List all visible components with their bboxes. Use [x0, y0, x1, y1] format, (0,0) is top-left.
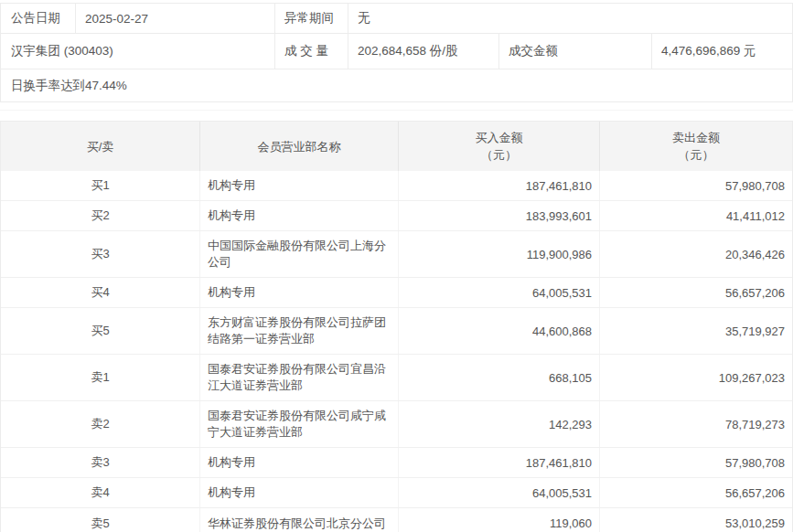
table-header-sell-line2: （元） — [679, 146, 714, 164]
row-side-label: 卖3 — [1, 448, 200, 477]
volume-value: 202,684,658 份/股 — [348, 34, 499, 69]
volume-label: 成 交 量 — [275, 34, 348, 69]
row-broker-name: 国泰君安证券股份有限公司咸宁咸宁大道证券营业部 — [200, 401, 399, 447]
stock-disclosure-page: 公告日期 2025-02-27 异常期间 无 汉宇集团 (300403) 成 交… — [0, 3, 793, 532]
table-row: 买4 机构专用 64,005,531 56,657,206 — [1, 278, 792, 308]
row-sell-amount: 78,719,273 — [600, 401, 792, 447]
table-header-buy-line1: 买入金额 — [476, 129, 523, 146]
row-sell-amount: 53,010,259 — [600, 508, 792, 532]
summary-panel: 公告日期 2025-02-27 异常期间 无 汉宇集团 (300403) 成 交… — [0, 3, 793, 102]
amount-value: 4,476,696,869 元 — [652, 34, 792, 69]
row-side-label: 买4 — [1, 278, 200, 307]
table-row: 买1 机构专用 187,461,810 57,980,708 — [1, 171, 792, 201]
summary-row-volume: 汉宇集团 (300403) 成 交 量 202,684,658 份/股 成交金额… — [1, 34, 792, 69]
section-gap — [0, 102, 793, 121]
announce-date-label: 公告日期 — [1, 4, 76, 33]
row-broker-name: 机构专用 — [200, 171, 399, 200]
table-row: 买2 机构专用 183,993,601 41,411,012 — [1, 201, 792, 231]
amount-label: 成交金额 — [499, 34, 652, 69]
row-buy-amount: 142,293 — [399, 401, 600, 447]
turnover-note: 日换手率达到47.44% — [1, 69, 792, 101]
table-row: 卖1 国泰君安证券股份有限公司宜昌沿江大道证券营业部 668,105 109,2… — [1, 355, 792, 401]
table-row: 卖4 机构专用 64,005,531 56,657,206 — [1, 478, 792, 508]
table-header-buy-line2: （元） — [481, 146, 517, 164]
row-sell-amount: 56,657,206 — [600, 278, 792, 307]
table-row: 买5 东方财富证券股份有限公司拉萨团结路第一证券营业部 44,600,868 3… — [1, 308, 792, 355]
abnormal-period-label: 异常期间 — [275, 4, 348, 33]
abnormal-period-value: 无 — [348, 4, 792, 33]
table-header-sell: 卖出金额 （元） — [600, 122, 792, 171]
table-row: 卖5 华林证券股份有限公司北京分公司 119,060 53,010,259 — [1, 508, 792, 532]
row-side-label: 买3 — [1, 231, 200, 277]
row-buy-amount: 187,461,810 — [399, 448, 600, 477]
table-row: 卖2 国泰君安证券股份有限公司咸宁咸宁大道证券营业部 142,293 78,71… — [1, 401, 792, 448]
table-body: 买1 机构专用 187,461,810 57,980,708 买2 机构专用 1… — [1, 171, 792, 532]
row-side-label: 买1 — [1, 171, 200, 200]
row-side-label: 卖5 — [1, 508, 200, 532]
table-header-side: 买/卖 — [1, 122, 200, 171]
table-header-sell-line1: 卖出金额 — [672, 129, 720, 146]
row-side-label: 卖4 — [1, 478, 200, 507]
row-sell-amount: 35,719,927 — [600, 308, 792, 354]
announce-date-value: 2025-02-27 — [76, 4, 275, 33]
stock-name: 汉宇集团 (300403) — [1, 34, 275, 69]
row-sell-amount: 57,980,708 — [600, 171, 792, 200]
row-buy-amount: 668,105 — [399, 355, 600, 400]
row-buy-amount: 187,461,810 — [399, 171, 600, 200]
row-buy-amount: 64,005,531 — [399, 478, 600, 507]
row-broker-name: 国泰君安证券股份有限公司宜昌沿江大道证券营业部 — [200, 355, 399, 400]
row-broker-name: 机构专用 — [200, 201, 399, 230]
row-sell-amount: 56,657,206 — [600, 478, 792, 507]
row-broker-name: 东方财富证券股份有限公司拉萨团结路第一证券营业部 — [200, 308, 399, 354]
table-header-broker: 会员营业部名称 — [200, 122, 399, 171]
row-buy-amount: 64,005,531 — [399, 278, 600, 307]
row-sell-amount: 20,346,426 — [600, 231, 792, 277]
row-broker-name: 机构专用 — [200, 448, 399, 477]
table-header-row: 买/卖 会员营业部名称 买入金额 （元） 卖出金额 （元） — [1, 122, 792, 171]
row-sell-amount: 41,411,012 — [600, 201, 792, 230]
row-broker-name: 机构专用 — [200, 278, 399, 307]
table-header-buy: 买入金额 （元） — [399, 122, 600, 171]
row-sell-amount: 57,980,708 — [600, 448, 792, 477]
row-side-label: 买2 — [1, 201, 200, 230]
table-row: 卖3 机构专用 187,461,810 57,980,708 — [1, 448, 792, 478]
row-broker-name: 华林证券股份有限公司北京分公司 — [200, 508, 399, 532]
row-broker-name: 机构专用 — [200, 478, 399, 507]
row-side-label: 卖1 — [1, 355, 200, 400]
row-buy-amount: 119,060 — [399, 508, 600, 532]
row-sell-amount: 109,267,023 — [600, 355, 792, 400]
row-side-label: 卖2 — [1, 401, 200, 447]
row-buy-amount: 44,600,868 — [399, 308, 600, 354]
table-row: 买3 中国国际金融股份有限公司上海分公司 119,900,986 20,346,… — [1, 231, 792, 278]
summary-row-announcement: 公告日期 2025-02-27 异常期间 无 — [1, 4, 792, 34]
broker-rank-table: 买/卖 会员营业部名称 买入金额 （元） 卖出金额 （元） 买1 机构专用 18… — [0, 121, 793, 532]
row-buy-amount: 183,993,601 — [399, 201, 600, 230]
row-buy-amount: 119,900,986 — [399, 231, 600, 277]
row-side-label: 买5 — [1, 308, 200, 354]
row-broker-name: 中国国际金融股份有限公司上海分公司 — [200, 231, 399, 277]
